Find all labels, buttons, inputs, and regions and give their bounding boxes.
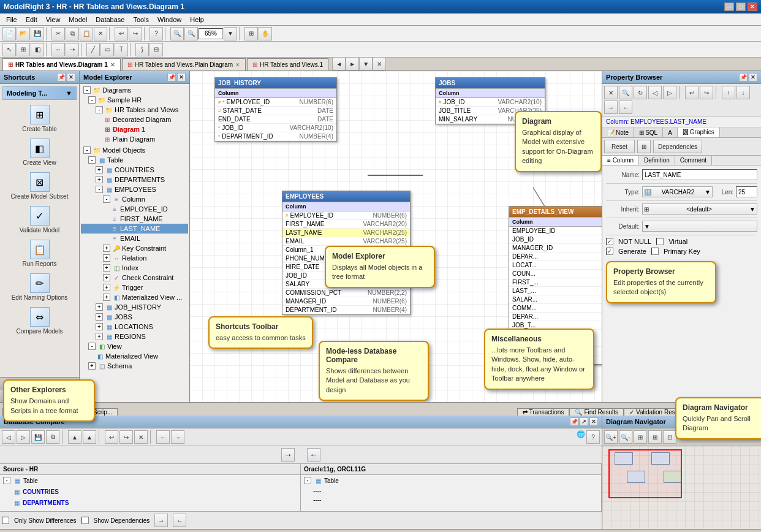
loc-expand[interactable]: + bbox=[96, 323, 103, 330]
edv-row-0[interactable]: EMPLOYEE_ID bbox=[509, 227, 602, 235]
target-table-node[interactable]: - ▦ Table bbox=[301, 475, 601, 486]
nav-viewport[interactable] bbox=[608, 449, 682, 498]
prop-len-input[interactable] bbox=[736, 186, 757, 197]
jobs-row-0[interactable]: # JOB_ID VARCHAR2(10) bbox=[436, 98, 545, 107]
prop-search[interactable]: 🔍 bbox=[619, 86, 632, 99]
edv-row-4[interactable]: LOCAT... bbox=[509, 261, 602, 270]
job-history-table[interactable]: JOB_HISTORY Column # * EMPLOYEE_ID NUMBE… bbox=[214, 77, 337, 142]
close-button[interactable]: ✕ bbox=[748, 2, 757, 11]
menu-file[interactable]: File bbox=[2, 15, 21, 25]
reg-expand[interactable]: + bbox=[96, 333, 103, 340]
tab-scroll-left[interactable]: ◄ bbox=[332, 57, 346, 70]
edv-row-1[interactable]: JOB_ID bbox=[509, 235, 602, 244]
paste-button[interactable]: 📋 bbox=[80, 27, 93, 40]
source-countries-node[interactable]: ▦ COUNTRIES bbox=[0, 486, 300, 497]
select-button[interactable]: ↖ bbox=[2, 43, 16, 56]
menu-edit[interactable]: Edit bbox=[22, 15, 41, 25]
employee-id-item[interactable]: ≡ EMPLOYEE_ID bbox=[81, 204, 188, 214]
comp-right-arrow[interactable]: → bbox=[171, 430, 184, 444]
schema-item[interactable]: + ◫ Schema bbox=[81, 361, 188, 371]
rel-tool[interactable]: ↔ bbox=[51, 43, 65, 56]
layout-button[interactable]: ⊟ bbox=[150, 43, 163, 56]
comp-up-to-target[interactable]: ▲ bbox=[83, 430, 96, 444]
new-button[interactable]: 📄 bbox=[2, 27, 16, 40]
source-departments-node[interactable]: ▦ DEPARTMENTS bbox=[0, 497, 300, 508]
tab-menu[interactable]: ▼ bbox=[359, 57, 373, 70]
col-section-item[interactable]: - ≡ Column bbox=[81, 194, 188, 204]
pan-button[interactable]: ✋ bbox=[259, 27, 272, 40]
prop-subtab-definition[interactable]: Definition bbox=[639, 156, 675, 165]
emp-row-2[interactable]: LAST_NAME VARCHAR2(25) bbox=[282, 229, 410, 237]
shortcuts-close[interactable]: ✕ bbox=[67, 73, 75, 82]
prop-nav2[interactable]: ▷ bbox=[663, 86, 676, 99]
generate-checkbox[interactable] bbox=[606, 248, 613, 255]
undo-button[interactable]: ↩ bbox=[115, 27, 128, 40]
target-item-1[interactable]: ---- bbox=[301, 495, 601, 504]
menu-view[interactable]: View bbox=[42, 15, 64, 25]
prop-deps-icon[interactable]: ⊞ bbox=[637, 140, 651, 153]
mat-view-item[interactable]: + ◧ Materialized View ... bbox=[81, 292, 188, 302]
tab-plain-diagram[interactable]: ⊞ HR Tables and Views.Plain Diagram ✕ bbox=[122, 58, 246, 70]
prop-back[interactable]: ✕ bbox=[604, 86, 618, 99]
col-expand[interactable]: - bbox=[103, 196, 110, 203]
maximize-button[interactable]: □ bbox=[736, 2, 746, 11]
prop-tab-a[interactable]: A bbox=[663, 127, 678, 137]
edv-row-6[interactable]: FIRST_... bbox=[509, 278, 602, 287]
comp-back[interactable]: ◁ bbox=[2, 430, 15, 444]
sample-hr-item[interactable]: - 📁 Sample HR bbox=[81, 95, 188, 105]
zoom-level[interactable]: 65% bbox=[199, 28, 223, 39]
explorer-close[interactable]: ✕ bbox=[177, 73, 186, 82]
regions-item[interactable]: + ▦ REGIONS bbox=[81, 332, 188, 341]
comp-fwd[interactable]: ▷ bbox=[17, 430, 30, 444]
source-table-node[interactable]: - ▦ Table bbox=[0, 475, 300, 486]
check-constraint-item[interactable]: + ✓ Check Constraint bbox=[81, 273, 188, 283]
departments-item[interactable]: + ▦ DEPARTMENTS bbox=[81, 175, 188, 184]
decorated-diagram-item[interactable]: ⊞ Decorated Diagram bbox=[81, 115, 188, 124]
tab-close-all[interactable]: ✕ bbox=[373, 57, 386, 70]
help-button[interactable]: ? bbox=[150, 27, 163, 40]
trg-expand[interactable]: + bbox=[103, 284, 110, 291]
table-tool[interactable]: ⊞ bbox=[17, 43, 30, 56]
jh-row-4[interactable]: * DEPARTMENT_ID NUMBER(4) bbox=[215, 132, 336, 141]
diagrams-expand[interactable]: - bbox=[83, 86, 91, 94]
menu-help[interactable]: Help bbox=[186, 15, 208, 25]
fit-button[interactable]: ⊞ bbox=[244, 27, 258, 40]
tab-scroll-right[interactable]: ► bbox=[346, 57, 359, 70]
jh-row-2[interactable]: END_DATE DATE bbox=[215, 115, 336, 124]
departments-expand[interactable]: + bbox=[96, 176, 103, 183]
jh-row-0[interactable]: # * EMPLOYEE_ID NUMBER(6) bbox=[215, 98, 336, 107]
footer-right[interactable]: → bbox=[154, 514, 168, 527]
emp-row-11[interactable]: DEPARTMENT_ID NUMBER(4) bbox=[282, 306, 410, 314]
prop-redo[interactable]: ↪ bbox=[700, 86, 713, 99]
prop-right[interactable]: → bbox=[604, 101, 618, 114]
employees-item[interactable]: - ▦ EMPLOYEES bbox=[81, 184, 188, 194]
table-section-item[interactable]: - ▦ Table bbox=[81, 155, 188, 165]
zoom-out-button[interactable]: 🔍 bbox=[184, 27, 198, 40]
route-button[interactable]: ⟆ bbox=[135, 43, 149, 56]
fk-tool[interactable]: ⇢ bbox=[66, 43, 79, 56]
prop-nav1[interactable]: ◁ bbox=[648, 86, 662, 99]
schema-expand[interactable]: + bbox=[88, 362, 96, 370]
comp-redo[interactable]: ↪ bbox=[119, 430, 133, 444]
edv-row-8[interactable]: SALAR... bbox=[509, 295, 602, 304]
save-button[interactable]: 💾 bbox=[31, 27, 44, 40]
tab-plain-close[interactable]: ✕ bbox=[235, 62, 240, 68]
emp-row-9[interactable]: COMMISSION_PCT NUMBER(2,2) bbox=[282, 289, 410, 297]
jh-row-1[interactable]: # START_DATE DATE bbox=[215, 107, 336, 115]
emp-row-1[interactable]: FIRST_NAME VARCHAR2(20) bbox=[282, 220, 410, 229]
text-tool[interactable]: T bbox=[115, 43, 128, 56]
copy-button[interactable]: ⧉ bbox=[66, 27, 79, 40]
locations-item[interactable]: + ▦ LOCATIONS bbox=[81, 322, 188, 332]
explorer-pin[interactable]: 📌 bbox=[167, 73, 176, 82]
diagram1-item[interactable]: ⊞ Diagram 1 bbox=[81, 124, 188, 134]
nav-zoom-out[interactable]: 🔍- bbox=[619, 430, 632, 444]
prop-reset-btn[interactable]: Reset bbox=[604, 140, 635, 153]
table-expand[interactable]: - bbox=[88, 156, 96, 164]
chk-expand[interactable]: + bbox=[103, 274, 110, 281]
compare-close[interactable]: ✕ bbox=[589, 417, 598, 426]
prop-subtab-comment[interactable]: Comment bbox=[675, 156, 712, 165]
trigger-item[interactable]: + ⚡ Trigger bbox=[81, 283, 188, 292]
delete-button[interactable]: ✕ bbox=[94, 27, 107, 40]
prop-name-input[interactable] bbox=[642, 169, 757, 180]
view-tool[interactable]: ◧ bbox=[31, 43, 44, 56]
